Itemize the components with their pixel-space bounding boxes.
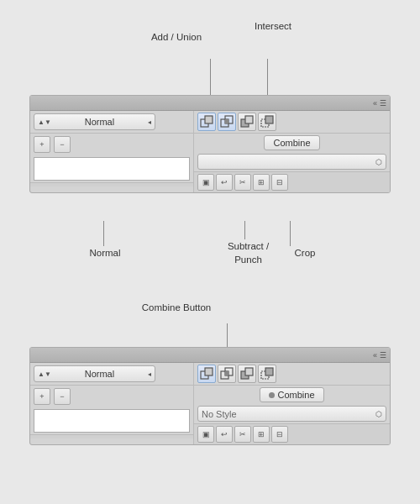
- bottom-panel: « ☰ ▲▼ Normal ◂ + −: [29, 347, 391, 445]
- svg-rect-10: [205, 368, 213, 375]
- bottom-icon-1[interactable]: ▣: [197, 174, 214, 191]
- bottom-select-arrow: ⬡: [375, 410, 382, 418]
- intersect-label: Intersect: [244, 21, 302, 31]
- minus-button[interactable]: −: [54, 136, 71, 153]
- bottom-add-button[interactable]: +: [34, 388, 50, 405]
- collapse-icon[interactable]: «: [373, 99, 377, 108]
- bottom-btm-icon-4[interactable]: ⊞: [253, 426, 270, 443]
- menu-icon[interactable]: ☰: [380, 99, 386, 108]
- bottom-minus-button[interactable]: −: [54, 388, 71, 405]
- bottom-btm-icon-2[interactable]: ↩: [216, 426, 233, 443]
- svg-rect-8: [265, 116, 273, 123]
- top-add-minus-row: + −: [30, 134, 193, 155]
- bottom-shape-icons-row: [194, 363, 390, 386]
- add-union-connector: [210, 59, 211, 97]
- add-union-label: Add / Union: [143, 32, 210, 42]
- bottom-icon-3[interactable]: ✂: [234, 174, 251, 191]
- add-button[interactable]: +: [34, 136, 50, 153]
- combine-active-dot: [269, 392, 275, 398]
- bottom-right-bottom-toolbar: ▣ ↩ ✂ ⊞ ⊟: [194, 423, 390, 444]
- top-combine-button[interactable]: Combine: [264, 135, 319, 150]
- bottom-left-bottom-toolbar: [30, 434, 193, 438]
- bottom-btm-icon-5[interactable]: ⊟: [271, 426, 288, 443]
- normal-connector: [103, 221, 104, 246]
- bottom-add-minus-row: + −: [30, 386, 193, 407]
- bottom-icon-2[interactable]: ↩: [216, 174, 233, 191]
- bottom-panel-content: ▲▼ Normal ◂ + −: [30, 363, 390, 444]
- bottom-panel-titlebar: « ☰: [30, 348, 390, 363]
- bottom-select-label: No Style: [202, 409, 375, 419]
- top-right-section: Combine ⬡ ▣ ↩ ✂ ⊞ ⊟: [194, 111, 390, 192]
- intersect-connector: [267, 59, 268, 97]
- bottom-btm-icon-1[interactable]: ▣: [197, 426, 214, 443]
- subtract-svg: [240, 115, 254, 129]
- svg-rect-17: [265, 368, 273, 375]
- top-panel-titlebar: « ☰: [30, 96, 390, 111]
- top-select-arrow: ⬡: [375, 158, 382, 166]
- bottom-icon-4[interactable]: ⊞: [253, 174, 270, 191]
- crop-connector: [290, 221, 291, 246]
- bottom-combine-label: Combine: [277, 390, 314, 400]
- combine-button-label: Combine Button: [126, 302, 227, 312]
- bottom-normal-dropdown[interactable]: ▲▼ Normal ◂: [34, 365, 155, 382]
- combine-btn-connector: [227, 323, 228, 349]
- top-combine-row: Combine: [194, 134, 390, 152]
- bottom-combine-row: Combine: [194, 386, 390, 404]
- intersect-icon-btn[interactable]: [218, 113, 236, 131]
- bottom-titlebar-icons: « ☰: [373, 351, 386, 360]
- bottom-dropdown-left-arrow: ▲▼: [38, 370, 51, 378]
- bottom-intersect-svg: [220, 367, 234, 381]
- bottom-right-section: Combine No Style ⬡ ▣ ↩ ✂ ⊞ ⊟: [194, 363, 390, 444]
- add-union-svg: [200, 115, 213, 129]
- bottom-subtract-btn[interactable]: [238, 365, 256, 383]
- top-combine-label: Combine: [273, 138, 310, 148]
- top-normal-dropdown[interactable]: ▲▼ Normal ◂: [34, 113, 155, 130]
- top-dropdown-label: Normal: [53, 117, 146, 127]
- top-dropdown-row: ▲▼ Normal ◂: [30, 111, 193, 134]
- crop-svg: [260, 115, 274, 129]
- top-shape-icons-row: [194, 111, 390, 134]
- titlebar-icons: « ☰: [373, 99, 386, 108]
- bottom-left-section: ▲▼ Normal ◂ + −: [30, 363, 194, 444]
- bottom-dropdown-row: ▲▼ Normal ◂: [30, 363, 193, 386]
- bottom-text-area[interactable]: [34, 409, 190, 433]
- top-panel-content: ▲▼ Normal ◂ + −: [30, 111, 390, 192]
- top-style-select[interactable]: ⬡: [197, 154, 386, 170]
- dropdown-right-arrow: ◂: [148, 118, 151, 126]
- subtract-punch-icon-btn[interactable]: [238, 113, 256, 131]
- dropdown-left-arrow: ▲▼: [38, 118, 51, 126]
- page: Add / Union Intersect « ☰ ▲▼ Normal ◂: [0, 0, 420, 504]
- bottom-icon-5[interactable]: ⊟: [271, 174, 288, 191]
- bottom-dropdown-label: Normal: [53, 369, 146, 379]
- bottom-combine-button[interactable]: Combine: [260, 387, 323, 402]
- bottom-intersect-btn[interactable]: [218, 365, 236, 383]
- svg-rect-1: [205, 116, 213, 123]
- top-select-row: ⬡: [194, 152, 390, 171]
- crop-icon-btn[interactable]: [258, 113, 276, 131]
- add-union-icon-btn[interactable]: [197, 113, 216, 131]
- svg-rect-4: [225, 119, 228, 123]
- crop-label: Crop: [284, 248, 326, 258]
- bottom-style-select[interactable]: No Style ⬡: [197, 406, 386, 422]
- intersect-svg: [220, 115, 234, 129]
- bottom-menu-icon[interactable]: ☰: [380, 351, 386, 360]
- bottom-crop-btn[interactable]: [258, 365, 276, 383]
- svg-rect-15: [245, 368, 253, 375]
- svg-rect-6: [245, 116, 253, 123]
- bottom-dropdown-right-arrow: ◂: [148, 370, 151, 378]
- bottom-add-union-btn[interactable]: [197, 365, 216, 383]
- top-left-bottom-toolbar: [30, 182, 193, 186]
- bottom-crop-svg: [260, 367, 274, 381]
- top-left-section: ▲▼ Normal ◂ + −: [30, 111, 194, 192]
- top-right-bottom-toolbar: ▣ ↩ ✂ ⊞ ⊟: [194, 171, 390, 192]
- bottom-subtract-svg: [240, 367, 254, 381]
- normal-label-mid: Normal: [76, 248, 134, 258]
- top-panel: « ☰ ▲▼ Normal ◂ + −: [29, 95, 391, 193]
- bottom-btm-icon-3[interactable]: ✂: [234, 426, 251, 443]
- bottom-add-union-svg: [200, 367, 213, 381]
- bottom-collapse-icon[interactable]: «: [373, 351, 377, 360]
- subtract-connector: [244, 221, 245, 239]
- subtract-punch-label: Subtract /Punch: [217, 239, 280, 266]
- svg-rect-13: [225, 371, 228, 375]
- top-text-area[interactable]: [34, 157, 190, 181]
